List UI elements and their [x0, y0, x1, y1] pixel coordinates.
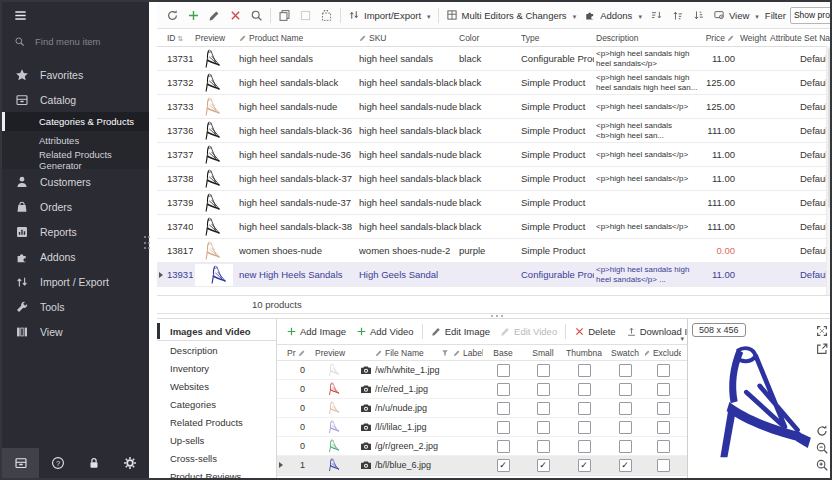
column-header-attribute-set[interactable]: Attribute Set Name — [768, 33, 832, 43]
help-icon[interactable] — [41, 448, 75, 478]
move-down-button[interactable] — [688, 5, 709, 25]
fullscreen-icon[interactable] — [815, 324, 829, 338]
swatch-checkbox[interactable] — [619, 383, 632, 396]
multi-editors-dropdown[interactable]: Multi Editors & Changers — [442, 5, 581, 25]
product-row[interactable]: 13739 high heel sandals-nude-37 high hee… — [157, 191, 832, 215]
menu-search-input[interactable] — [33, 35, 137, 48]
copy-button[interactable] — [274, 5, 295, 25]
add-video-button[interactable]: Add Video — [351, 326, 419, 337]
hamburger-menu-icon[interactable] — [13, 8, 28, 23]
exclude-checkbox[interactable] — [657, 421, 670, 434]
zoom-out-icon[interactable] — [815, 441, 829, 455]
product-row[interactable]: 13931 new High Heels Sandals High Geels … — [157, 263, 832, 287]
swatch-checkbox[interactable] — [619, 364, 632, 377]
product-row[interactable]: 13740 high heel sandals-black-38 high he… — [157, 215, 832, 239]
column-header-position[interactable]: Pr — [285, 348, 309, 358]
thumbnail-checkbox[interactable] — [578, 459, 591, 472]
horizontal-splitter[interactable] — [157, 314, 832, 318]
thumbnail-checkbox[interactable] — [578, 364, 591, 377]
sidebar-item-import-export[interactable]: Import / Export — [2, 269, 149, 294]
sidebar-item-customers[interactable]: Customers — [2, 169, 149, 194]
sidebar-item-categories-products[interactable]: Categories & Products — [2, 112, 149, 131]
swatch-checkbox[interactable] — [619, 421, 632, 434]
thumbnail-checkbox[interactable] — [578, 402, 591, 415]
image-row[interactable]: 0 /n/u/nude.jpg — [277, 399, 687, 418]
column-header-thumbnail[interactable]: Thumbna — [563, 348, 605, 358]
exclude-checkbox[interactable] — [657, 364, 670, 377]
small-checkbox[interactable] — [537, 421, 550, 434]
column-header-base[interactable]: Base — [483, 348, 523, 358]
delete-button[interactable] — [225, 5, 246, 25]
tab-images-and-video[interactable]: Images and Video — [157, 322, 276, 341]
base-checkbox[interactable] — [497, 459, 510, 472]
base-checkbox[interactable] — [497, 440, 510, 453]
tab-categories[interactable]: Categories — [157, 395, 276, 413]
scrollbar-thumb[interactable] — [828, 48, 832, 208]
rotate-icon[interactable] — [815, 424, 829, 438]
image-row[interactable]: 0 /r/e/red_1.jpg — [277, 380, 687, 399]
sidebar-item-related-products-generator[interactable]: Related Products Generator — [2, 150, 149, 169]
exclude-checkbox[interactable] — [657, 459, 670, 472]
product-row[interactable]: 13737 high heel sandals-nude-36 high hee… — [157, 143, 832, 167]
sidebar-item-tools[interactable]: Tools — [2, 294, 149, 319]
image-row[interactable]: 1 /b/l/blue_6.jpg — [277, 456, 687, 475]
sort-flag-icon[interactable] — [441, 349, 453, 357]
sidebar-item-favorites[interactable]: Favorites — [2, 62, 149, 87]
tab-description[interactable]: Description — [157, 341, 276, 359]
base-checkbox[interactable] — [497, 402, 510, 415]
filter-select[interactable]: Show products from selected categories — [790, 7, 832, 24]
select-cells-button[interactable] — [316, 5, 337, 25]
column-header-type[interactable]: Type — [519, 33, 594, 43]
refresh-button[interactable] — [162, 5, 183, 25]
product-row[interactable]: 13817 women shoes-nude women shoes-nude-… — [157, 239, 832, 263]
tab-product-reviews[interactable]: Product Reviews — [157, 467, 276, 480]
swatch-checkbox[interactable] — [619, 440, 632, 453]
image-row[interactable]: 0 /w/h/white_1.jpg — [277, 361, 687, 380]
image-row[interactable]: 0 /g/r/green_2.jpg — [277, 437, 687, 456]
open-external-icon[interactable] — [815, 342, 829, 356]
small-checkbox[interactable] — [537, 402, 550, 415]
small-checkbox[interactable] — [537, 440, 550, 453]
lock-icon[interactable] — [77, 448, 111, 478]
toolbar-overflow-dropdown[interactable] — [678, 327, 684, 345]
product-row[interactable]: 13738 high heel sandals-black-37 high he… — [157, 167, 832, 191]
move-up-button[interactable] — [667, 5, 688, 25]
column-header-price[interactable]: Price — [702, 33, 738, 43]
base-checkbox[interactable] — [497, 364, 510, 377]
edit-image-button[interactable]: Edit Image — [426, 326, 495, 337]
splitter-handle-icon[interactable] — [144, 236, 153, 249]
store-icon[interactable] — [2, 448, 39, 478]
addons-dropdown[interactable]: Addons — [580, 5, 646, 25]
swatch-checkbox[interactable] — [619, 459, 632, 472]
column-header-preview[interactable]: Preview — [193, 33, 237, 43]
import-export-dropdown[interactable]: Import/Export — [344, 5, 435, 25]
search-button[interactable] — [246, 5, 267, 25]
product-row[interactable]: 13736 high heel sandals-black-36 high he… — [157, 119, 832, 143]
column-header-description[interactable]: Description — [594, 33, 702, 43]
sidebar-item-addons[interactable]: Addons — [2, 244, 149, 269]
edit-video-button[interactable]: Edit Video — [495, 326, 562, 337]
edit-button[interactable] — [204, 5, 225, 25]
base-checkbox[interactable] — [497, 421, 510, 434]
small-checkbox[interactable] — [537, 364, 550, 377]
column-header-color[interactable]: Color — [457, 33, 519, 43]
sidebar-splitter[interactable] — [149, 2, 157, 478]
thumbnail-checkbox[interactable] — [578, 383, 591, 396]
product-row[interactable]: 13733 high heel sandals-nude high heel s… — [157, 95, 832, 119]
settings-icon[interactable] — [113, 448, 147, 478]
column-header-exclude[interactable]: Exclude — [645, 348, 681, 358]
exclude-checkbox[interactable] — [657, 383, 670, 396]
tab-inventory[interactable]: Inventory — [157, 359, 276, 377]
column-header-preview[interactable]: Preview — [309, 348, 357, 358]
paste-button[interactable] — [295, 5, 316, 25]
thumbnail-checkbox[interactable] — [578, 440, 591, 453]
add-button[interactable] — [183, 5, 204, 25]
sidebar-item-orders[interactable]: Orders — [2, 194, 149, 219]
sidebar-item-catalog[interactable]: Catalog — [2, 87, 149, 112]
sidebar-item-reports[interactable]: Reports — [2, 219, 149, 244]
small-checkbox[interactable] — [537, 383, 550, 396]
tab-up-sells[interactable]: Up-sells — [157, 431, 276, 449]
small-checkbox[interactable] — [537, 459, 550, 472]
column-header-id[interactable]: ID — [165, 33, 193, 43]
column-header-sku[interactable]: SKU — [357, 33, 457, 43]
